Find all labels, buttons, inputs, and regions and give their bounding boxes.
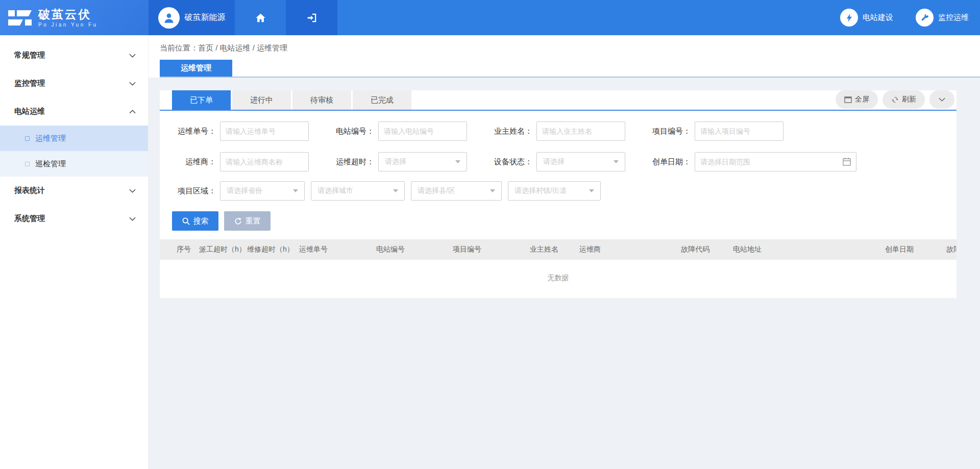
om-order-no-input[interactable] xyxy=(220,121,309,141)
logout-button[interactable] xyxy=(286,0,337,35)
submenu-bullet-icon xyxy=(25,162,30,166)
create-date-label: 创单日期： xyxy=(647,157,691,167)
sidebar-item-monitoring[interactable]: 监控管理 xyxy=(0,69,148,97)
table-header: 序号 派工超时（h） 维修超时（h） 运维单号 电站编号 项目编号 业主姓名 运… xyxy=(160,239,957,260)
caret-down-icon xyxy=(589,189,594,192)
filter-row-2: 运维商： 运维超时： 请选择 设备状态： xyxy=(172,152,957,171)
city-select[interactable]: 请选择城市 xyxy=(311,181,405,201)
col-fault-code: 故障代码 xyxy=(681,245,733,254)
fullscreen-button[interactable]: 全屏 xyxy=(836,90,878,109)
station-no-input[interactable] xyxy=(378,121,467,141)
col-station-no: 电站编号 xyxy=(376,245,453,254)
col-create-date: 创单日期 xyxy=(885,245,946,254)
project-no-input[interactable] xyxy=(695,121,783,141)
project-no-label: 项目编号： xyxy=(647,127,691,136)
chevron-down-icon xyxy=(939,97,945,102)
col-dispatch-timeout: 派工超时（h） xyxy=(199,245,247,254)
col-index: 序号 xyxy=(177,245,199,254)
col-om-vendor: 运维商 xyxy=(579,245,681,254)
chevron-up-icon xyxy=(129,110,136,114)
breadcrumb: 当前位置：首页 / 电站运维 / 运维管理 xyxy=(160,43,980,53)
brand-logo: 破茧云伏 Po Jian Yun Fu xyxy=(0,0,149,35)
nav-monitor-om[interactable]: 监控运维 xyxy=(916,9,969,27)
topbar-spacer xyxy=(337,0,840,35)
sidebar-item-reports[interactable]: 报表统计 xyxy=(0,177,148,205)
calendar-icon xyxy=(843,157,851,166)
col-project-no: 项目编号 xyxy=(453,245,530,254)
col-fault-truncated: 故障 xyxy=(946,245,957,254)
page-tab-om-management[interactable]: 运维管理 xyxy=(160,60,232,77)
empty-state: 无数据 xyxy=(160,260,957,285)
tab-in-progress[interactable]: 进行中 xyxy=(232,90,291,110)
om-card: 已下单 进行中 待审核 已完成 全屏 xyxy=(160,90,957,298)
tab-completed[interactable]: 已完成 xyxy=(353,90,411,110)
search-icon xyxy=(182,217,190,225)
om-vendor-label: 运维商： xyxy=(172,157,216,167)
home-icon xyxy=(255,12,266,23)
owner-name-input[interactable] xyxy=(536,121,625,141)
col-om-order-no: 运维单号 xyxy=(299,245,376,254)
topbar: 破茧云伏 Po Jian Yun Fu 破茧新能源 xyxy=(0,0,980,35)
filter-row-1: 运维单号： 电站编号： 业主姓名： 项目编号： xyxy=(172,121,957,141)
chevron-down-icon xyxy=(129,217,136,221)
sidebar-item-station-om[interactable]: 电站运维 xyxy=(0,97,148,126)
sidebar-item-system[interactable]: 系统管理 xyxy=(0,205,148,233)
home-button[interactable] xyxy=(235,0,286,35)
nav-station-build[interactable]: 电站建设 xyxy=(840,9,893,27)
chevron-down-icon xyxy=(129,189,136,193)
caret-down-icon xyxy=(293,189,298,192)
lightning-icon xyxy=(845,13,854,23)
om-timeout-label: 运维超时： xyxy=(330,157,374,167)
page-tab-row: 运维管理 xyxy=(160,60,980,78)
app-root: 破茧云伏 Po Jian Yun Fu 破茧新能源 xyxy=(0,0,980,469)
brand-title: 破茧云伏 xyxy=(38,8,98,21)
content-header: 当前位置：首页 / 电站运维 / 运维管理 运维管理 xyxy=(149,35,980,78)
logout-icon xyxy=(306,12,318,23)
card-toolbar: 全屏 刷新 xyxy=(836,90,957,110)
chevron-down-icon xyxy=(129,82,136,86)
province-select[interactable]: 请选择省份 xyxy=(220,181,305,201)
caret-down-icon xyxy=(614,160,619,163)
om-order-no-label: 运维单号： xyxy=(172,127,216,136)
filter-row-region: 项目区域： 请选择省份 请选择城市 请选择县/区 xyxy=(172,181,957,201)
om-timeout-select[interactable]: 请选择 xyxy=(378,152,467,171)
sidebar: 常规管理 监控管理 电站运维 运维管理 xyxy=(0,35,149,469)
user-icon xyxy=(162,11,176,24)
wrench-icon xyxy=(920,13,929,22)
search-button[interactable]: 搜索 xyxy=(172,211,218,231)
sidebar-subitem-inspection-management[interactable]: 巡检管理 xyxy=(0,151,148,177)
om-vendor-input[interactable] xyxy=(220,152,309,171)
nav-station-build-label: 电站建设 xyxy=(863,13,893,22)
filter-actions: 搜索 重置 xyxy=(172,211,957,231)
submenu-bullet-icon xyxy=(25,136,30,141)
main-content: 当前位置：首页 / 电站运维 / 运维管理 运维管理 已下单 进行中 待审核 已… xyxy=(149,35,980,469)
chevron-down-icon xyxy=(129,54,136,58)
sidebar-subitem-om-management[interactable]: 运维管理 xyxy=(0,126,148,151)
town-select[interactable]: 请选择村镇/街道 xyxy=(508,181,601,201)
nav-monitor-om-label: 监控运维 xyxy=(938,13,969,22)
county-select[interactable]: 请选择县/区 xyxy=(411,181,502,201)
tab-pending-review[interactable]: 待审核 xyxy=(292,90,351,110)
tab-ordered[interactable]: 已下单 xyxy=(172,90,231,110)
user-name: 破茧新能源 xyxy=(185,12,226,23)
top-nav: 电站建设 监控运维 xyxy=(840,0,980,35)
avatar xyxy=(158,7,180,29)
breadcrumb-path: 首页 / 电站运维 / 运维管理 xyxy=(198,43,287,52)
sidebar-item-general[interactable]: 常规管理 xyxy=(0,41,148,69)
status-tabs: 已下单 进行中 待审核 已完成 全屏 xyxy=(160,90,957,111)
col-repair-timeout: 维修超时（h） xyxy=(247,245,299,254)
device-status-select[interactable]: 请选择 xyxy=(536,152,625,171)
reset-button[interactable]: 重置 xyxy=(224,211,271,231)
caret-down-icon xyxy=(455,160,460,163)
refresh-button[interactable]: 刷新 xyxy=(883,90,925,109)
col-owner-name: 业主姓名 xyxy=(530,245,579,254)
workspace: 已下单 进行中 待审核 已完成 全屏 xyxy=(149,78,980,469)
user-menu[interactable]: 破茧新能源 xyxy=(149,0,235,35)
brand-logo-icon xyxy=(7,7,33,29)
collapse-panel-button[interactable] xyxy=(929,90,954,109)
breadcrumb-prefix: 当前位置： xyxy=(160,43,198,52)
reset-icon xyxy=(234,217,242,225)
station-no-label: 电站编号： xyxy=(330,127,374,136)
create-date-range-input[interactable] xyxy=(695,152,856,171)
caret-down-icon xyxy=(393,189,398,192)
